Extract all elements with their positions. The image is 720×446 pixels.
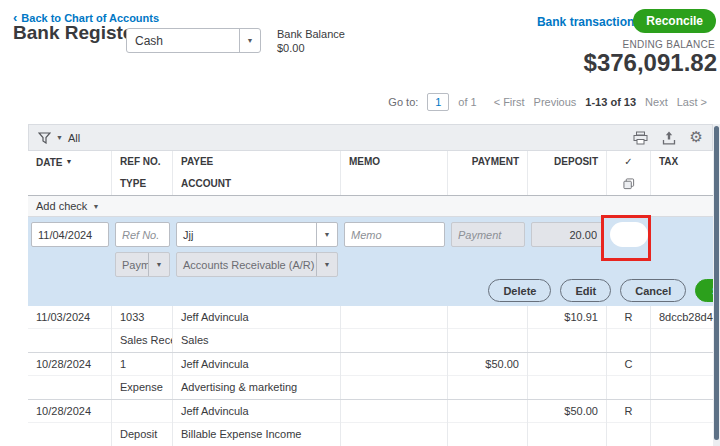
table-row[interactable]: 11/03/2024 1033Sales Receipt Jeff Advinc… [28, 306, 713, 353]
next-page-link[interactable]: Next [645, 96, 668, 108]
row-date: 11/03/2024 [28, 306, 111, 329]
row-payment [448, 400, 527, 423]
header-payment: PAYMENT [448, 151, 528, 195]
payee-select[interactable]: Jjj ▼ [176, 222, 338, 247]
date-input[interactable] [31, 222, 109, 247]
type-select[interactable]: Payment ▼ [115, 252, 170, 277]
row-type: Sales Receipt [112, 329, 172, 352]
row-memo [341, 400, 447, 423]
row-status: C [607, 353, 650, 376]
row-type: Expense [112, 376, 172, 399]
filter-funnel-icon[interactable] [38, 132, 51, 144]
row-ref: 1033 [112, 306, 172, 329]
row-memo [341, 306, 447, 329]
reconcile-status-select[interactable] [610, 222, 648, 247]
table-row[interactable]: 10/28/2024 1Expense Jeff AdvinculaAdvert… [28, 353, 713, 400]
type-select-value: Payment [116, 259, 148, 271]
bank-register-page: ‹ Back to Chart of Accounts Bank Registe… [0, 0, 720, 446]
bank-balance-label: Bank Balance [277, 27, 345, 41]
payment-input[interactable] [451, 222, 525, 247]
caret-glyph: ▼ [156, 261, 163, 268]
header-tax: TAX [651, 151, 713, 195]
header-reconcile-status: ✓ [607, 151, 651, 195]
chevron-down-icon: ▼ [316, 223, 337, 246]
row-deposit: $10.91 [528, 306, 606, 329]
chevron-down-icon: ▼ [316, 253, 337, 276]
scrollbar[interactable] [713, 124, 720, 446]
header-refno-type: REF NO. TYPE [112, 151, 173, 195]
scrollbar-thumb[interactable] [714, 126, 719, 440]
first-page-link[interactable]: < First [494, 96, 525, 108]
memo-input[interactable] [344, 222, 445, 247]
bank-transactions-link[interactable]: Bank transactions [537, 15, 641, 29]
last-page-link[interactable]: Last > [677, 96, 707, 108]
delete-button[interactable]: Delete [488, 279, 551, 302]
row-account: Billable Expense Income [173, 423, 340, 446]
page-number-input[interactable] [427, 93, 449, 111]
goto-label: Go to: [388, 96, 418, 108]
print-icon[interactable] [633, 131, 648, 145]
row-deposit [528, 353, 606, 376]
caret-glyph: ▼ [324, 261, 331, 268]
sort-caret-icon: ▼ [65, 158, 72, 165]
row-type: Deposit [112, 423, 172, 446]
add-check-button[interactable]: Add check ▼ [28, 196, 713, 217]
table-row[interactable]: 10/28/2024 Deposit Jeff AdvinculaBillabl… [28, 400, 713, 446]
export-icon[interactable] [662, 131, 676, 145]
row-tax [651, 353, 713, 376]
page-title: Bank Register [13, 22, 141, 44]
page-of-label: of 1 [458, 96, 476, 108]
cancel-button[interactable]: Cancel [620, 279, 686, 302]
register-table: ▼ All ⚙ DATE▼ REF NO. TYPE [28, 124, 713, 446]
edit-button[interactable]: Edit [560, 279, 611, 302]
row-status: R [607, 306, 650, 329]
row-tax [651, 400, 713, 423]
row-account: Advertising & marketing [173, 376, 340, 399]
ref-no-input[interactable] [115, 222, 170, 247]
account-select-field-value: Accounts Receivable (A/R) [177, 259, 316, 271]
page-range-label: 1-13 of 13 [585, 96, 636, 108]
ending-balance-value: $376,091.82 [584, 49, 717, 77]
previous-page-link[interactable]: Previous [534, 96, 577, 108]
row-date: 10/28/2024 [28, 400, 111, 423]
row-memo [341, 353, 447, 376]
filter-caret-icon[interactable]: ▼ [56, 134, 63, 141]
row-payee: Jeff Advincula [173, 306, 340, 329]
deposit-input[interactable] [531, 222, 604, 247]
row-payee: Jeff Advincula [173, 400, 340, 423]
account-select-value: Cash [127, 34, 239, 48]
add-check-label: Add check [36, 200, 87, 212]
add-check-caret-icon: ▼ [92, 203, 99, 210]
edit-transaction-row: Jjj ▼ Payment ▼ [28, 217, 713, 306]
header-payee-account: PAYEE ACCOUNT [173, 151, 341, 195]
account-select-field[interactable]: Accounts Receivable (A/R) ▼ [176, 252, 338, 277]
header-memo: MEMO [341, 151, 448, 195]
row-account: Sales [173, 329, 340, 352]
row-ref: 1 [112, 353, 172, 376]
register-toolbar: ▼ All ⚙ [28, 124, 713, 151]
table-header: DATE▼ REF NO. TYPE PAYEE ACCOUNT MEMO PA… [28, 151, 713, 196]
bank-balance: Bank Balance $0.00 [277, 27, 345, 55]
header-date[interactable]: DATE▼ [28, 151, 112, 195]
row-date: 10/28/2024 [28, 353, 111, 376]
row-payee: Jeff Advincula [173, 353, 340, 376]
payee-select-value: Jjj [177, 229, 316, 241]
chevron-down-icon: ▼ [239, 29, 260, 52]
filter-all-label[interactable]: All [68, 132, 80, 144]
caret-glyph: ▼ [324, 231, 331, 238]
row-payment [448, 306, 527, 329]
account-select[interactable]: Cash ▼ [126, 28, 261, 53]
row-tax: 8dccb28d4e8 [651, 306, 713, 329]
row-payment: $50.00 [448, 353, 527, 376]
header-deposit: DEPOSIT [528, 151, 607, 195]
edit-row-buttons: Delete Edit Cancel Save [488, 279, 720, 302]
row-status: R [607, 400, 650, 423]
row-ref [112, 400, 172, 423]
caret-glyph: ▼ [247, 37, 254, 44]
row-deposit: $50.00 [528, 400, 606, 423]
chevron-down-icon: ▼ [148, 253, 169, 276]
reconcile-button[interactable]: Reconcile [633, 9, 716, 33]
bank-balance-value: $0.00 [277, 41, 345, 55]
copy-icon[interactable] [607, 173, 650, 195]
gear-icon[interactable]: ⚙ [690, 130, 703, 145]
